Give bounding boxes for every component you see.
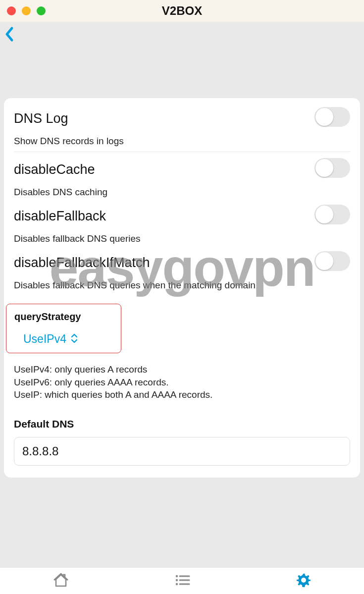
svg-point-2: [175, 583, 177, 585]
maximize-window-button[interactable]: [37, 6, 46, 15]
app-title: V2BOX: [0, 4, 364, 18]
disable-fallback-desc: Disables fallback DNS queries: [14, 233, 350, 244]
disable-cache-toggle[interactable]: [314, 158, 350, 178]
dns-log-title: DNS Log: [14, 111, 68, 126]
list-tab[interactable]: [173, 571, 191, 591]
help-line: UseIPv6: only queries AAAA records.: [14, 376, 350, 389]
svg-point-6: [301, 578, 306, 583]
dns-log-toggle[interactable]: [314, 107, 350, 127]
nav-bar: [0, 22, 364, 49]
disable-fallback-row: disableFallback: [14, 205, 350, 224]
settings-card: DNS Log Show DNS records in logs disable…: [4, 98, 360, 478]
default-dns-label: Default DNS: [14, 418, 350, 430]
disable-cache-row: disableCache: [14, 158, 350, 178]
disable-cache-desc: Disables DNS caching: [14, 187, 350, 198]
chevron-up-down-icon: [70, 333, 78, 345]
query-strategy-value: UseIPv4: [23, 332, 66, 346]
titlebar: V2BOX: [0, 0, 364, 22]
disable-fallback-if-match-toggle[interactable]: [314, 251, 350, 271]
dns-log-row: DNS Log: [14, 107, 350, 127]
help-line: UseIPv4: only queries A records: [14, 363, 350, 376]
disable-fallback-title: disableFallback: [14, 209, 106, 224]
query-strategy-help: UseIPv4: only queries A records UseIPv6:…: [14, 363, 350, 401]
tab-bar: [0, 567, 364, 594]
settings-tab[interactable]: [295, 571, 312, 591]
help-line: UseIP: which queries both A and AAAA rec…: [14, 388, 350, 401]
close-window-button[interactable]: [7, 6, 16, 15]
home-tab[interactable]: [52, 571, 70, 591]
dns-log-desc: Show DNS records in logs: [14, 136, 350, 147]
svg-point-1: [175, 579, 177, 581]
query-strategy-select[interactable]: UseIPv4: [23, 332, 81, 346]
back-button[interactable]: [4, 26, 15, 44]
divider: [14, 152, 350, 152]
query-strategy-label: queryStrategy: [14, 311, 81, 323]
disable-fallback-if-match-desc: Disables fallback DNS queries when the m…: [14, 280, 350, 291]
disable-fallback-if-match-title: disableFallbackIfMatch: [14, 255, 150, 270]
window-controls: [0, 6, 46, 15]
disable-fallback-if-match-row: disableFallbackIfMatch: [14, 251, 350, 271]
minimize-window-button[interactable]: [22, 6, 31, 15]
disable-cache-title: disableCache: [14, 162, 95, 177]
default-dns-input[interactable]: [14, 437, 350, 466]
query-strategy-section: queryStrategy UseIPv4: [6, 304, 121, 353]
disable-fallback-toggle[interactable]: [314, 205, 350, 224]
svg-point-0: [175, 575, 177, 577]
